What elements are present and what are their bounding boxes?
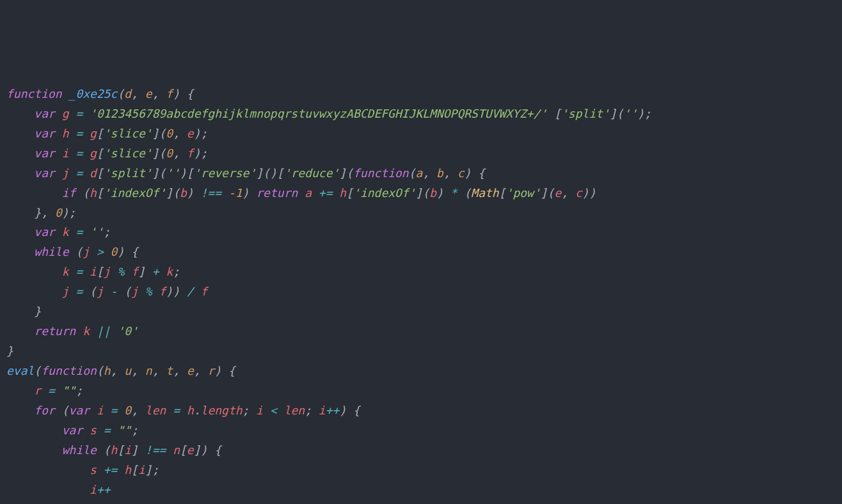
code-line: for (var i = 0, len = h.length; i < len;… [6, 401, 836, 421]
code-line: var i = g['slice'](0, f); [6, 144, 836, 164]
code-line: while (h[i] !== n[e]) { [6, 441, 836, 461]
code-line: }, 0); [6, 203, 836, 223]
code-line: } [6, 500, 836, 504]
code-line: } [6, 342, 836, 361]
code-line: var k = ''; [6, 223, 836, 242]
code-line: } [6, 302, 836, 322]
code-line: var s = ""; [6, 421, 836, 441]
code-line: i++ [6, 480, 836, 500]
code-line: while (j > 0) { [6, 242, 836, 262]
code-line: j = (j - (j % f)) / f [6, 282, 836, 302]
code-line: eval(function(h, u, n, t, e, r) { [6, 361, 836, 381]
code-line: return k || '0' [6, 322, 836, 342]
code-line: if (h['indexOf'](b) !== -1) return a += … [6, 184, 836, 203]
code-line: s += h[i]; [6, 461, 836, 480]
code-line: function _0xe25c(d, e, f) { [6, 84, 836, 104]
code-line: k = i[j % f] + k; [6, 262, 836, 282]
code-line: var j = d['split']('')['reverse']()['red… [6, 164, 836, 184]
code-line: var g = '0123456789abcdefghijklmnopqrstu… [6, 104, 836, 124]
code-line: r = ""; [6, 381, 836, 401]
code-line: var h = g['slice'](0, e); [6, 124, 836, 144]
code-editor[interactable]: function _0xe25c(d, e, f) { var g = '012… [6, 84, 836, 504]
